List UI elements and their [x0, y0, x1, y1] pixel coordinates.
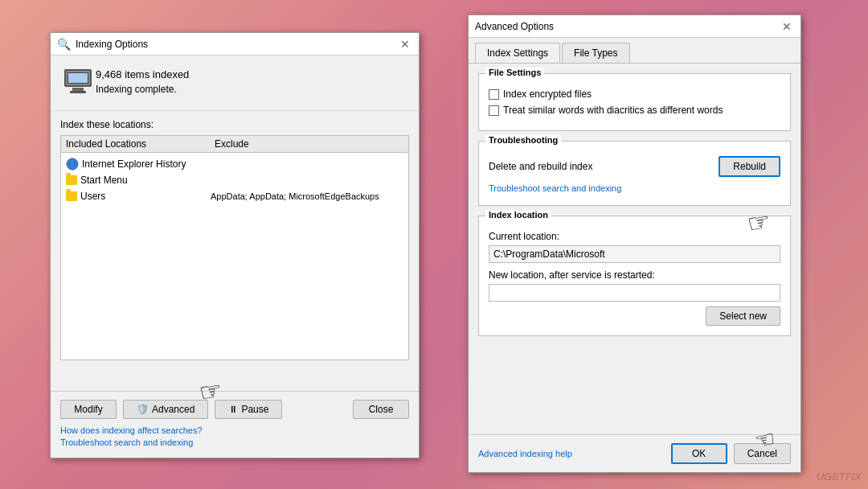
checkbox-row-encrypted: Index encrypted files	[489, 88, 780, 100]
tab-file-types[interactable]: File Types	[562, 43, 629, 63]
location-text-startmenu: Start Menu	[80, 175, 128, 186]
indexing-title-text: Indexing Options	[76, 39, 398, 50]
computer-icon	[60, 64, 96, 99]
rebuild-button[interactable]: Rebuild	[719, 156, 780, 177]
watermark: UGETFIX	[817, 471, 862, 483]
modify-button[interactable]: Modify	[60, 400, 117, 419]
header-included: Included Locations	[66, 138, 215, 150]
tab-index-settings[interactable]: Index Settings	[475, 43, 560, 63]
file-settings-title: File Settings	[485, 68, 544, 77]
table-row[interactable]: Internet Explorer History	[61, 156, 408, 172]
folder-icon-startmenu	[66, 175, 77, 185]
table-row[interactable]: Start Menu	[61, 172, 408, 188]
checkbox-encrypted-label: Index encrypted files	[503, 88, 592, 100]
location-name-users: Users	[66, 191, 211, 202]
advanced-close-button[interactable]: ✕	[780, 19, 794, 34]
file-settings-content: Index encrypted files Treat similar word…	[489, 88, 780, 116]
current-location-label: Current location:	[489, 231, 780, 242]
indexing-close-button[interactable]: ✕	[398, 37, 412, 51]
advanced-title-bar: Advanced Options ✕	[469, 15, 800, 38]
table-body: Internet Explorer History Start Menu Use…	[61, 153, 408, 208]
index-location-title: Index location	[485, 210, 551, 220]
tab-bar: Index Settings File Types	[469, 38, 800, 64]
location-text-users: Users	[80, 191, 105, 202]
location-name-startmenu: Start Menu	[66, 175, 211, 186]
advanced-icon: 🛡️	[137, 404, 149, 415]
file-settings-section: File Settings Index encrypted files Trea…	[478, 73, 791, 131]
how-does-indexing-link[interactable]: How does indexing affect searches?	[60, 425, 409, 435]
indexing-options-dialog: 🔍 Indexing Options ✕ 9,468 items indexed…	[50, 32, 420, 458]
troubleshooting-title: Troubleshooting	[485, 135, 561, 145]
troubleshooting-section: Troubleshooting Delete and rebuild index…	[478, 141, 791, 206]
index-location-content: Current location: New location, after se…	[489, 231, 780, 326]
button-row: Modify 🛡️ Advanced ⏸ Pause Close	[60, 400, 409, 419]
items-indexed-count: 9,468 items indexed	[96, 68, 189, 80]
advanced-indexing-help-link[interactable]: Advanced indexing help	[478, 449, 572, 458]
indexing-stats: 9,468 items indexed Indexing complete.	[96, 68, 189, 95]
advanced-title-text: Advanced Options	[475, 21, 780, 32]
checkbox-diacritics-label: Treat similar words with diacritics as d…	[503, 105, 723, 116]
advanced-button[interactable]: 🛡️ Advanced	[123, 400, 208, 419]
rebuild-label: Delete and rebuild index	[489, 161, 592, 172]
index-location-section: Index location Current location: New loc…	[478, 216, 791, 336]
troubleshooting-content: Delete and rebuild index Rebuild Trouble…	[489, 156, 780, 193]
table-header: Included Locations Exclude	[61, 136, 408, 153]
tab-content: File Settings Index encrypted files Trea…	[469, 64, 800, 355]
location-name-ie: Internet Explorer History	[66, 158, 211, 171]
locations-label: Index these locations:	[51, 119, 419, 135]
footer-buttons: OK Cancel	[671, 443, 791, 464]
checkbox-diacritics[interactable]	[489, 105, 499, 116]
pause-button[interactable]: ⏸ Pause	[215, 400, 282, 419]
folder-icon-users	[66, 191, 77, 201]
troubleshoot-indexing-link[interactable]: Troubleshoot search and indexing	[60, 438, 409, 447]
advanced-options-dialog: Advanced Options ✕ Index Settings File T…	[468, 14, 801, 473]
pause-icon: ⏸	[228, 404, 238, 415]
indexing-title-bar: 🔍 Indexing Options ✕	[51, 33, 419, 55]
checkbox-row-diacritics: Treat similar words with diacritics as d…	[489, 105, 780, 116]
new-location-input[interactable]	[489, 284, 780, 302]
location-text-ie: Internet Explorer History	[82, 158, 186, 170]
locations-table: Included Locations Exclude Internet Expl…	[60, 135, 409, 360]
current-location-input[interactable]	[489, 245, 780, 263]
troubleshoot-search-link[interactable]: Troubleshoot search and indexing	[489, 183, 780, 193]
indexing-title-icon: 🔍	[57, 38, 71, 51]
cancel-button[interactable]: Cancel	[734, 443, 791, 464]
indexing-close-btn[interactable]: Close	[353, 400, 409, 419]
exclude-users: AppData; AppData; MicrosoftEdgeBackups	[211, 191, 379, 201]
table-row[interactable]: Users AppData; AppData; MicrosoftEdgeBac…	[61, 188, 408, 204]
advanced-footer: Advanced indexing help OK Cancel	[469, 434, 800, 472]
header-exclude: Exclude	[215, 138, 249, 150]
ok-button[interactable]: OK	[671, 443, 727, 464]
pause-label: Pause	[241, 404, 268, 415]
globe-icon	[66, 158, 79, 171]
checkbox-encrypted[interactable]	[489, 89, 499, 100]
new-location-label: New location, after service is restarted…	[489, 269, 780, 281]
indexing-footer: Modify 🛡️ Advanced ⏸ Pause Close How doe…	[51, 391, 419, 458]
troubleshoot-row: Delete and rebuild index Rebuild	[489, 156, 780, 177]
advanced-label: Advanced	[152, 404, 194, 415]
indexing-status-text: Indexing complete.	[96, 84, 189, 95]
select-new-button[interactable]: Select new	[706, 306, 780, 326]
